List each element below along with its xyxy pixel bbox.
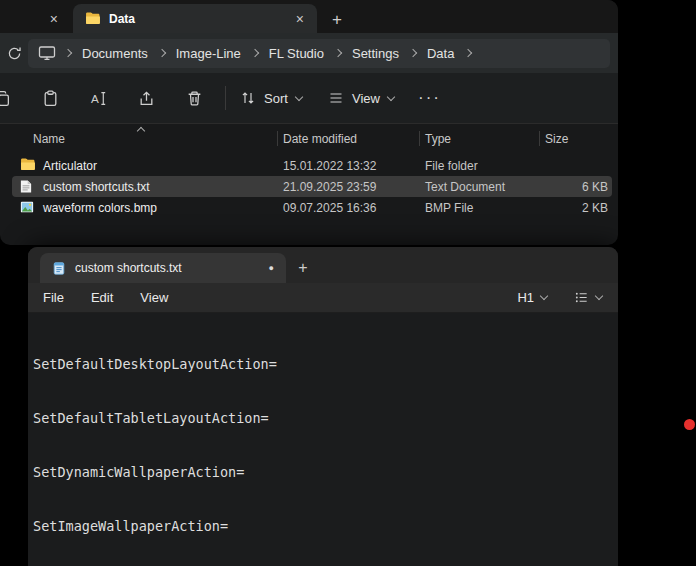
file-name: Articulator bbox=[43, 159, 97, 173]
file-name: waveform colors.bmp bbox=[43, 201, 157, 215]
folder-icon bbox=[85, 12, 101, 25]
delete-button[interactable] bbox=[175, 80, 213, 116]
explorer-toolbar: A Sort bbox=[0, 73, 618, 124]
tab-close-icon[interactable]: × bbox=[291, 10, 309, 28]
breadcrumb-image-line[interactable]: Image-Line bbox=[174, 46, 243, 61]
paste-button[interactable] bbox=[31, 80, 69, 116]
menu-view[interactable]: View bbox=[140, 290, 168, 305]
file-row-waveform-colors[interactable]: waveform colors.bmp 09.07.2025 16:36 BMP… bbox=[12, 197, 612, 218]
file-size: 6 KB bbox=[512, 180, 608, 194]
view-button[interactable]: View bbox=[318, 80, 404, 116]
editor-line: SetDynamicWallpaperAction= bbox=[33, 463, 618, 481]
menu-file[interactable]: File bbox=[43, 290, 64, 305]
file-date: 15.01.2022 13:32 bbox=[283, 159, 376, 173]
rename-button[interactable]: A bbox=[79, 80, 117, 116]
sort-label: Sort bbox=[264, 91, 288, 106]
view-icon bbox=[328, 90, 344, 106]
file-list: Articulator 15.01.2022 13:32 File folder… bbox=[0, 155, 618, 218]
column-divider[interactable] bbox=[419, 131, 420, 146]
text-file-icon bbox=[20, 179, 32, 194]
column-header-type[interactable]: Type bbox=[425, 132, 451, 146]
editor-line: SetDefaultTabletLayoutAction= bbox=[33, 409, 618, 427]
chevron-down-icon bbox=[387, 92, 395, 100]
sort-ascending-icon bbox=[137, 127, 145, 135]
file-row-articulator[interactable]: Articulator 15.01.2022 13:32 File folder bbox=[12, 155, 612, 176]
explorer-titlebar: × Data × + bbox=[0, 0, 618, 33]
file-size: 2 KB bbox=[512, 201, 608, 215]
sort-icon bbox=[240, 90, 256, 106]
chevron-right-icon bbox=[158, 49, 166, 57]
recording-indicator bbox=[684, 419, 695, 430]
breadcrumb-settings[interactable]: Settings bbox=[350, 46, 401, 61]
column-divider[interactable] bbox=[277, 131, 278, 146]
editor-line: SetDefaultDesktopLayoutAction= bbox=[33, 355, 618, 373]
explorer-tab-data[interactable]: Data × bbox=[73, 4, 317, 33]
notepad-document-icon bbox=[52, 261, 66, 276]
address-breadcrumb[interactable]: Documents Image-Line FL Studio Settings … bbox=[28, 39, 610, 68]
image-file-icon bbox=[20, 200, 34, 214]
chevron-right-icon bbox=[251, 49, 259, 57]
notepad-new-tab-button[interactable]: + bbox=[286, 253, 320, 283]
refresh-icon bbox=[7, 46, 22, 61]
this-pc-icon bbox=[38, 45, 56, 61]
menu-edit[interactable]: Edit bbox=[91, 290, 113, 305]
chevron-right-icon bbox=[409, 49, 417, 57]
column-headers: Name Date modified Type Size bbox=[0, 124, 618, 151]
editor-line: SetImageWallpaperAction= bbox=[33, 517, 618, 535]
chevron-right-icon bbox=[464, 49, 472, 57]
file-date: 09.07.2025 16:36 bbox=[283, 201, 376, 215]
breadcrumb-data[interactable]: Data bbox=[425, 46, 456, 61]
heading-style-dropdown[interactable]: H1 bbox=[517, 290, 547, 305]
tab-label: Data bbox=[109, 12, 135, 26]
file-type: BMP File bbox=[425, 201, 473, 215]
file-name: custom shortcuts.txt bbox=[43, 180, 150, 194]
list-format-dropdown[interactable] bbox=[574, 290, 602, 305]
column-header-name[interactable]: Name bbox=[33, 132, 65, 146]
sort-button[interactable]: Sort bbox=[230, 80, 312, 116]
notepad-menubar: File Edit View H1 bbox=[28, 283, 618, 313]
column-header-date[interactable]: Date modified bbox=[283, 132, 357, 146]
refresh-button[interactable] bbox=[0, 46, 28, 61]
toolbar-divider bbox=[225, 86, 226, 110]
svg-text:A: A bbox=[91, 91, 99, 104]
list-format-icon bbox=[574, 290, 589, 305]
share-button[interactable] bbox=[127, 80, 165, 116]
file-type: Text Document bbox=[425, 180, 505, 194]
tab-close-icon[interactable]: × bbox=[45, 10, 63, 28]
explorer-background-tab[interactable]: × bbox=[0, 4, 73, 33]
chevron-right-icon bbox=[334, 49, 342, 57]
breadcrumb-documents[interactable]: Documents bbox=[80, 46, 150, 61]
notepad-editor[interactable]: SetDefaultDesktopLayoutAction= SetDefaul… bbox=[28, 313, 618, 566]
chevron-down-icon bbox=[540, 292, 548, 300]
notepad-tab-label: custom shortcuts.txt bbox=[75, 261, 182, 275]
column-header-size[interactable]: Size bbox=[545, 132, 568, 146]
column-divider[interactable] bbox=[539, 131, 540, 146]
file-type: File folder bbox=[425, 159, 478, 173]
notepad-tab-custom-shortcuts[interactable]: custom shortcuts.txt ● bbox=[40, 253, 286, 283]
notepad-tabbar: custom shortcuts.txt ● + bbox=[28, 247, 618, 283]
unsaved-changes-dot: ● bbox=[269, 264, 274, 273]
heading-style-label: H1 bbox=[517, 290, 534, 305]
chevron-right-icon bbox=[64, 49, 72, 57]
breadcrumb-fl-studio[interactable]: FL Studio bbox=[267, 46, 326, 61]
more-options-button[interactable]: ··· bbox=[408, 80, 451, 116]
file-row-custom-shortcuts[interactable]: custom shortcuts.txt 21.09.2025 23:59 Te… bbox=[12, 176, 612, 197]
file-explorer-window: × Data × + bbox=[0, 0, 618, 245]
notepad-window: custom shortcuts.txt ● + File Edit View … bbox=[28, 247, 618, 566]
chevron-down-icon bbox=[595, 292, 603, 300]
address-bar-row: Documents Image-Line FL Studio Settings … bbox=[0, 33, 618, 73]
copy-button[interactable] bbox=[0, 80, 21, 116]
chevron-down-icon bbox=[295, 92, 303, 100]
view-label: View bbox=[352, 91, 380, 106]
folder-icon bbox=[20, 158, 36, 171]
new-tab-button[interactable]: + bbox=[332, 11, 342, 28]
file-date: 21.09.2025 23:59 bbox=[283, 180, 376, 194]
